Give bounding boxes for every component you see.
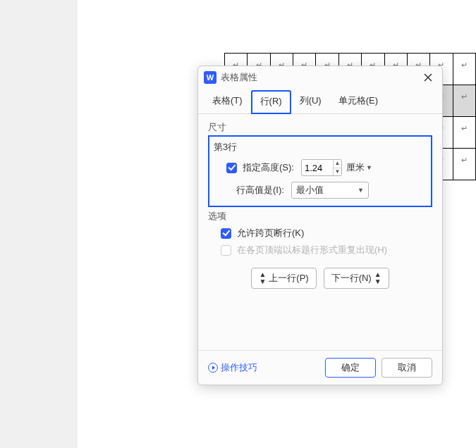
table-properties-dialog: W 表格属性 表格(T) 行(R) 列(U) 单元格(E) 尺寸 第3行 指定高… [197,66,443,385]
play-circle-icon [208,363,218,373]
specify-height-label: 指定高度(S): [243,161,294,174]
dialog-footer: 操作技巧 确定 取消 [198,350,442,385]
tab-cell[interactable]: 单元格(E) [330,90,386,114]
next-row-label: 下一行(N) [331,272,372,285]
unit-select[interactable]: 厘米 ▼ [346,161,372,174]
prev-row-button[interactable]: ▲▼ 上一行(P) [251,268,316,289]
row-height-type-value: 最小值 [296,184,324,197]
caret-down-icon: ▼ [366,164,372,171]
ok-button[interactable]: 确定 [325,358,376,378]
close-icon[interactable] [421,70,435,85]
cancel-button[interactable]: 取消 [382,358,432,378]
next-row-button[interactable]: 下一行(N) ▲▼ [324,268,389,289]
document-area: ↵↵↵↵↵↵↵↵↵↵↵ ↵↵↵↵↵↵↵↵↵↵↵ ↵↵↵↵↵↵↵↵↵↵↵ ↵↵↵↵… [78,0,476,448]
unit-label: 厘米 [346,161,365,174]
spinner-down-icon[interactable]: ▼ [334,168,341,176]
allow-break-label: 允许跨页断行(K) [237,227,304,239]
tabbar: 表格(T) 行(R) 列(U) 单元格(E) [198,90,442,114]
height-spinner[interactable]: ▲ ▼ [301,159,342,176]
app-icon: W [204,71,216,84]
prev-row-label: 上一行(P) [269,272,308,285]
dialog-body: 尺寸 第3行 指定高度(S): ▲ ▼ 厘米 [198,114,442,350]
caret-down-icon: ▼ [358,187,364,194]
updown-icon: ▲▼ [259,271,266,285]
row-height-type-select[interactable]: 最小值 ▼ [291,182,369,199]
row-height-is-label: 行高值是(I): [236,184,284,197]
spinner-up-icon[interactable]: ▲ [334,160,341,168]
tab-column[interactable]: 列(U) [291,90,330,114]
titlebar: W 表格属性 [198,66,442,87]
allow-break-checkbox[interactable] [221,228,231,239]
tab-row[interactable]: 行(R) [251,90,291,114]
tips-link[interactable]: 操作技巧 [208,361,325,374]
dialog-title: 表格属性 [221,71,417,84]
repeat-header-checkbox [221,245,231,256]
row-number-label: 第3行 [214,141,427,154]
section-size-label: 尺寸 [208,121,432,134]
section-options-label: 选项 [208,210,432,223]
tips-label: 操作技巧 [221,361,257,374]
updown-icon: ▲▼ [374,271,382,285]
tab-table[interactable]: 表格(T) [204,90,251,114]
size-highlight-box: 第3行 指定高度(S): ▲ ▼ 厘米 ▼ [208,135,432,207]
repeat-header-label: 在各页顶端以标题行形式重复出现(H) [237,244,387,256]
specify-height-checkbox[interactable] [226,163,237,173]
height-input[interactable] [302,160,333,175]
document-gutter [0,0,78,448]
